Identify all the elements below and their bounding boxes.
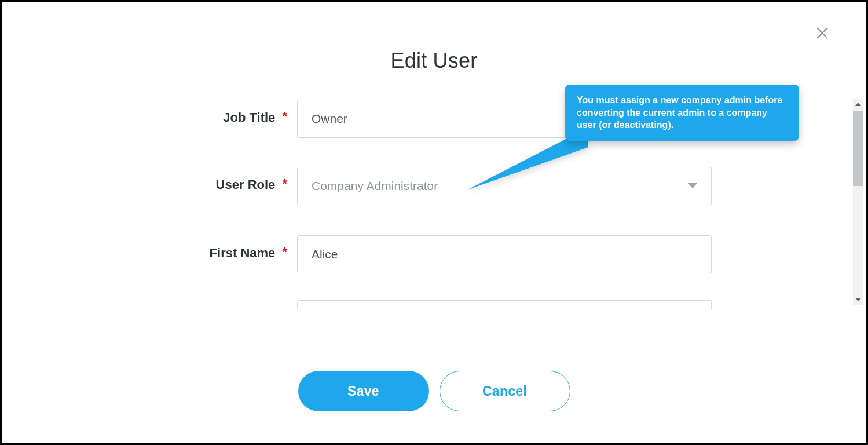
title-divider <box>45 78 829 78</box>
required-asterisk: * <box>282 109 287 123</box>
label-first-name: First Name * <box>3 246 287 261</box>
scrollbar-down-button[interactable] <box>853 294 863 305</box>
tooltip-callout: You must assign a new company admin befo… <box>565 85 799 141</box>
row-user-role: User Role * Company Administrator <box>3 177 865 218</box>
label-user-role-text: User Role <box>216 177 276 192</box>
dialog-frame: Edit User Job Title * User Role * Compan… <box>0 0 868 445</box>
dialog-title: Edit User <box>3 49 865 73</box>
row-first-name: First Name * <box>3 246 865 286</box>
required-asterisk: * <box>282 245 287 259</box>
label-job-title-text: Job Title <box>223 110 275 125</box>
chevron-up-icon <box>855 103 861 106</box>
cancel-button-label: Cancel <box>482 384 527 399</box>
cancel-button[interactable]: Cancel <box>440 371 570 411</box>
tooltip-text: You must assign a new company admin befo… <box>577 95 782 130</box>
scrollbar-thumb[interactable] <box>853 111 863 186</box>
field-user-role-box: Company Administrator <box>297 167 712 205</box>
first-name-input[interactable] <box>298 236 711 273</box>
save-button[interactable]: Save <box>298 371 429 411</box>
dialog-body: Edit User Job Title * User Role * Compan… <box>3 3 865 442</box>
user-role-select[interactable]: Company Administrator <box>298 167 711 205</box>
label-first-name-text: First Name <box>210 246 276 260</box>
button-bar: Save Cancel <box>3 371 865 411</box>
svg-marker-2 <box>688 183 697 188</box>
field-first-name-box <box>297 235 712 273</box>
label-job-title: Job Title * <box>3 110 287 125</box>
label-user-role: User Role * <box>3 177 287 192</box>
chevron-down-icon <box>855 298 861 301</box>
required-asterisk: * <box>282 176 287 191</box>
close-icon <box>815 25 830 41</box>
close-button[interactable] <box>815 25 830 41</box>
caret-down-icon <box>688 183 697 189</box>
svg-marker-4 <box>855 103 861 106</box>
scrollbar-up-button[interactable] <box>853 99 863 110</box>
save-button-label: Save <box>347 384 379 399</box>
svg-marker-5 <box>855 298 861 301</box>
user-role-value: Company Administrator <box>312 179 438 193</box>
